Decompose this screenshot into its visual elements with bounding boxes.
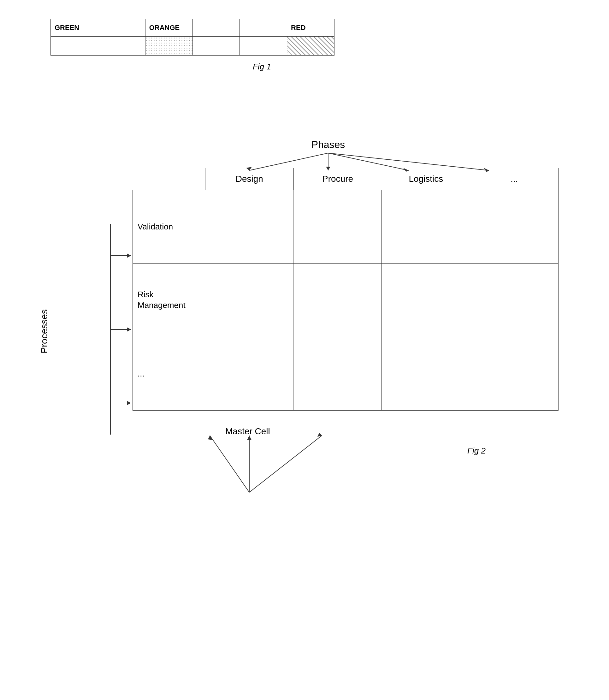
col-headers: Design Procure Logistics ... [205,168,558,190]
cell-ellipsis-design [205,337,294,411]
master-cell-label: Master Cell [133,426,363,437]
col-header-design: Design [205,168,294,190]
matrix-row-validation: Validation [133,190,558,263]
cell-risk-logistics [382,263,470,337]
phases-label: Phases [186,139,470,151]
svg-marker-9 [127,253,131,258]
red-text: RED [291,24,306,32]
empty-cell-2 [192,19,240,37]
processes-label: Processes [39,309,50,354]
orange-label-cell: ORANGE [145,19,192,37]
cell-ellipsis-logistics [382,337,470,411]
orange-text: ORANGE [149,24,180,32]
cell-validation-logistics [382,190,470,263]
svg-marker-13 [127,401,131,405]
row-label-risk: Risk Management [133,263,205,337]
empty-cell-3 [240,19,287,37]
cell-risk-procure [294,263,382,337]
cell-validation-design [205,190,294,263]
pattern-empty-2 [98,37,145,55]
cell-ellipsis-procure [294,337,382,411]
pattern-empty-1 [51,37,98,55]
orange-pattern-cell [145,37,192,55]
matrix-row-risk: Risk Management [133,263,558,337]
fig2-label: Fig 2 [366,446,587,456]
cell-ellipsis-ellipsis [470,337,558,411]
cell-risk-design [205,263,294,337]
legend-table: GREEN ORANGE RED [51,19,334,55]
cell-risk-ellipsis [470,263,558,337]
legend-pattern-row [51,37,334,55]
col-header-ellipsis: ... [470,168,558,190]
pattern-empty-3 [192,37,240,55]
col-header-logistics: Logistics [382,168,470,190]
red-pattern-cell [287,37,334,55]
svg-line-15 [210,436,249,492]
svg-line-19 [249,436,322,492]
pattern-empty-4 [240,37,287,55]
empty-cell-1 [98,19,145,37]
processes-label-container: Processes [35,227,54,436]
page-container: GREEN ORANGE RED [0,0,609,700]
matrix-row-ellipsis: ... [133,337,558,411]
legend-header-row: GREEN ORANGE RED [51,19,334,37]
fig1-label: Fig 1 [120,62,404,72]
master-cell-area: Master Cell [133,426,363,437]
fig1-section: GREEN ORANGE RED [25,19,404,72]
green-label-cell: GREEN [51,19,98,37]
col-header-procure: Procure [294,168,382,190]
row-label-ellipsis: ... [133,337,205,411]
row-label-validation: Validation [133,190,205,263]
cell-validation-procure [294,190,382,263]
cell-validation-ellipsis [470,190,558,263]
red-label-cell: RED [287,19,334,37]
green-text: GREEN [55,24,79,32]
svg-marker-11 [127,327,131,332]
